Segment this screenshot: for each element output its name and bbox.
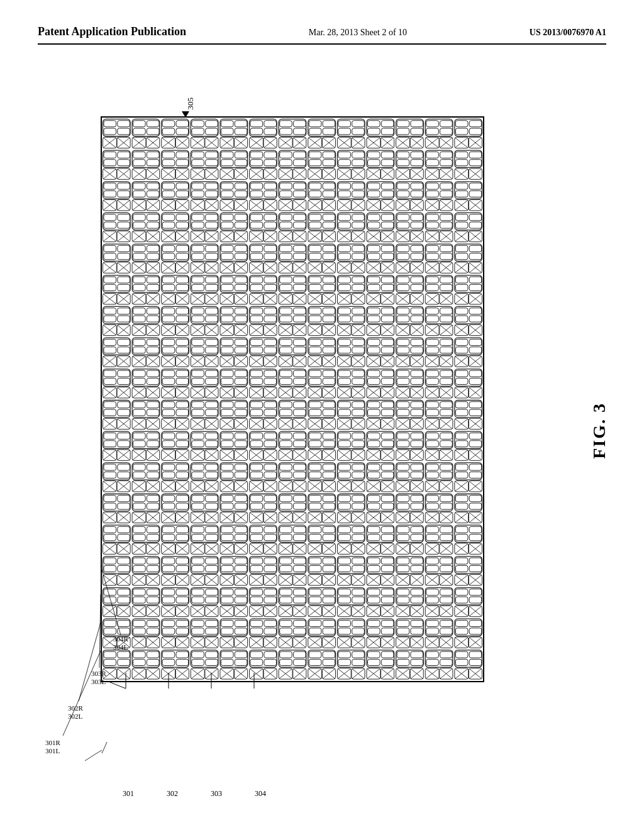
svg-rect-462 (191, 213, 218, 230)
svg-rect-704 (455, 244, 482, 261)
svg-rect-2387 (367, 619, 394, 636)
svg-rect-1386 (367, 400, 394, 417)
svg-rect-2299 (132, 619, 160, 636)
svg-rect-1056 (250, 338, 277, 355)
svg-rect-484 (250, 213, 277, 230)
svg-rect-2002 (103, 556, 130, 573)
svg-rect-1705 (455, 463, 482, 480)
svg-rect-550 (425, 213, 453, 230)
svg-rect-1584 (132, 463, 160, 480)
svg-rect-2266 (425, 588, 453, 605)
svg-rect-99 (367, 119, 394, 136)
svg-rect-2024 (162, 556, 189, 573)
svg-rect-979 (425, 306, 453, 323)
svg-rect-1573 (103, 463, 130, 480)
svg-rect-836 (425, 275, 453, 292)
svg-rect-2178 (191, 588, 218, 605)
svg-rect-1254 (396, 369, 424, 386)
svg-rect-2431 (103, 650, 130, 667)
svg-rect-2398 (396, 619, 424, 636)
label-304R-area: 304R 304L (113, 635, 128, 651)
svg-rect-858 (103, 306, 130, 323)
svg-rect-1485 (250, 431, 277, 448)
svg-rect-121 (425, 119, 453, 136)
svg-line-2580 (79, 622, 101, 701)
svg-rect-2497 (279, 650, 306, 667)
svg-rect-1298 (132, 400, 160, 417)
svg-rect-110 (396, 119, 424, 136)
svg-rect-1859 (103, 525, 130, 542)
svg-rect-2354 (279, 619, 306, 636)
svg-rect-880 (162, 306, 189, 323)
svg-rect-957 (367, 306, 394, 323)
svg-rect-770 (250, 275, 277, 292)
svg-rect-1067 (279, 338, 306, 355)
svg-rect-1991 (455, 525, 482, 542)
svg-rect-396 (396, 182, 424, 199)
svg-rect-1320 (191, 400, 218, 417)
svg-rect-1452 (162, 431, 189, 448)
svg-rect-1166 (162, 369, 189, 386)
svg-rect-1782 (279, 494, 306, 511)
svg-rect-132 (455, 119, 482, 136)
svg-rect-803 (337, 275, 365, 292)
svg-rect-1672 (367, 463, 394, 480)
page-header: Patent Application Publication Mar. 28, … (38, 25, 606, 45)
svg-rect-2530 (367, 650, 394, 667)
svg-rect-2541 (396, 650, 424, 667)
svg-rect-1342 (250, 400, 277, 417)
svg-rect-528 (367, 213, 394, 230)
svg-rect-2090 (337, 556, 365, 573)
svg-rect-1727 (132, 494, 160, 511)
svg-rect-2519 (337, 650, 365, 667)
svg-rect-2013 (132, 556, 160, 573)
svg-rect-737 (162, 275, 189, 292)
svg-rect-924 (279, 306, 306, 323)
svg-rect-385 (367, 182, 394, 199)
svg-rect-154 (132, 150, 160, 167)
svg-rect-583 (132, 244, 160, 261)
label-303R-area: 303R 303L (91, 670, 106, 685)
svg-rect-2079 (308, 556, 336, 573)
svg-rect-33 (191, 119, 218, 136)
svg-rect-2464 (191, 650, 218, 667)
svg-rect-198 (250, 150, 277, 167)
svg-rect-616 (220, 244, 248, 261)
svg-rect-2453 (162, 650, 189, 667)
svg-rect-143 (103, 150, 130, 167)
svg-rect-2255 (396, 588, 424, 605)
svg-rect-1837 (425, 494, 453, 511)
svg-rect-792 (308, 275, 336, 292)
svg-rect-2211 (279, 588, 306, 605)
svg-rect-286 (103, 182, 130, 199)
svg-rect-1144 (103, 369, 130, 386)
svg-rect-869 (132, 306, 160, 323)
svg-rect-1397 (396, 400, 424, 417)
svg-rect-1353 (279, 400, 306, 417)
svg-rect-440 (132, 213, 160, 230)
svg-rect-561 (455, 213, 482, 230)
svg-rect-1078 (308, 338, 336, 355)
svg-rect-759 (220, 275, 248, 292)
svg-rect-1925 (279, 525, 306, 542)
sheet-info: Mar. 28, 2013 Sheet 2 of 10 (309, 28, 407, 38)
svg-rect-847 (455, 275, 482, 292)
svg-rect-341 (250, 182, 277, 199)
svg-rect-1540 (396, 431, 424, 448)
svg-rect-2046 (220, 556, 248, 573)
svg-rect-1243 (367, 369, 394, 386)
svg-rect-517 (337, 213, 365, 230)
svg-rect-1507 (308, 431, 336, 448)
svg-rect-1793 (308, 494, 336, 511)
svg-rect-715 (103, 275, 130, 292)
svg-rect-1034 (191, 338, 218, 355)
svg-rect-1551 (425, 431, 453, 448)
svg-rect-1969 (396, 525, 424, 542)
svg-rect-242 (367, 150, 394, 167)
label-302R-area: 302R 302L (68, 704, 83, 720)
figure-label: FIG. 3 (589, 402, 609, 459)
svg-rect-1760 (220, 494, 248, 511)
svg-rect-2222 (308, 588, 336, 605)
svg-rect-1089 (337, 338, 365, 355)
svg-rect-1276 (455, 369, 482, 386)
